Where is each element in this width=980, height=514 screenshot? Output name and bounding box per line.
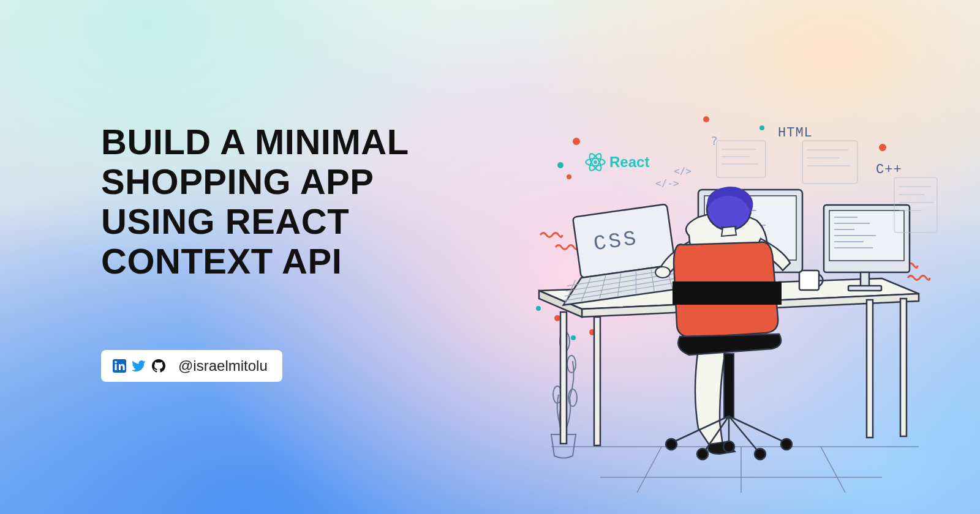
social-icons bbox=[112, 359, 166, 373]
svg-point-70 bbox=[723, 441, 734, 452]
developer-illustration: React HTML C++ ? </-> </> bbox=[514, 104, 956, 496]
chair bbox=[666, 242, 792, 460]
svg-rect-13 bbox=[867, 300, 873, 438]
secondary-monitor bbox=[824, 205, 910, 291]
developer-at-desk-svg: CSS bbox=[514, 104, 956, 496]
svg-point-66 bbox=[666, 439, 677, 450]
linkedin-icon bbox=[112, 359, 127, 373]
social-pill: @israelmitolu bbox=[101, 350, 282, 382]
svg-rect-64 bbox=[673, 281, 782, 305]
headline-line-4: CONTEXT API bbox=[101, 241, 342, 281]
svg-rect-24 bbox=[861, 272, 869, 287]
svg-point-2 bbox=[115, 361, 117, 363]
headline-title: BUILD A MINIMAL SHOPPING APP USING REACT… bbox=[101, 122, 542, 281]
svg-point-68 bbox=[697, 449, 708, 460]
social-handle: @israelmitolu bbox=[178, 357, 268, 374]
svg-rect-11 bbox=[560, 312, 567, 444]
svg-rect-42 bbox=[802, 141, 858, 184]
svg-rect-12 bbox=[594, 317, 600, 445]
github-icon bbox=[151, 359, 166, 373]
svg-point-67 bbox=[781, 439, 792, 450]
svg-point-69 bbox=[755, 449, 766, 460]
twitter-icon bbox=[132, 359, 146, 373]
svg-rect-1 bbox=[115, 364, 117, 370]
mug bbox=[799, 270, 823, 290]
svg-rect-46 bbox=[717, 141, 766, 177]
headline-line-1: BUILD A MINIMAL bbox=[101, 122, 409, 162]
svg-point-8 bbox=[567, 356, 576, 373]
svg-point-62 bbox=[655, 267, 670, 278]
svg-rect-14 bbox=[900, 299, 907, 436]
headline-line-2: SHOPPING APP bbox=[101, 162, 374, 201]
svg-rect-15 bbox=[799, 270, 819, 290]
svg-rect-25 bbox=[848, 286, 881, 291]
svg-rect-65 bbox=[724, 354, 734, 418]
headline-line-3: USING REACT bbox=[101, 201, 349, 241]
